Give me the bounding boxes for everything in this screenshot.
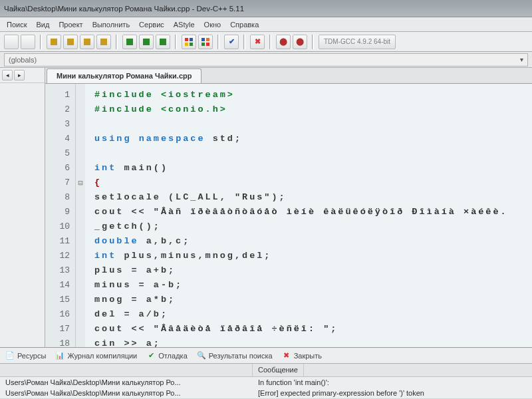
col-file: [0, 364, 253, 376]
message-row[interactable]: Users\Роман Чайка\Desktop\Мини калькулят…: [0, 388, 532, 398]
debug-icon[interactable]: [122, 35, 137, 49]
bug-icon[interactable]: ⬤: [276, 35, 291, 49]
window-title: Чайка\Desktop\Мини калькулятор Романа Ча…: [4, 5, 244, 13]
svg-rect-1: [190, 38, 193, 41]
log-icon: 📊: [55, 351, 65, 360]
main-area: ◂ ▸ Мини калькулятор Романа Чайки.cpp 12…: [0, 68, 532, 347]
menu-bar: Поиск Вид Проект Выполнить Сервис AStyle…: [0, 17, 532, 32]
toolbar-btn[interactable]: [4, 35, 19, 49]
toolbar-sep: [269, 35, 271, 49]
msg-text: [Error] expected primary-expression befo…: [253, 389, 430, 397]
svg-rect-5: [206, 38, 209, 41]
toolbar-sep: [175, 35, 177, 49]
msg-text: In function 'int main()':: [253, 378, 334, 386]
toolbar-sep: [217, 35, 219, 49]
search-icon: 🔍: [197, 351, 206, 360]
file-tabs: Мини калькулятор Романа Чайки.cpp: [45, 68, 532, 84]
menu-window[interactable]: Окно: [204, 21, 221, 29]
toolbar-btn[interactable]: [21, 35, 35, 49]
stop-icon[interactable]: [139, 35, 154, 49]
bottom-panel: 📄 Ресурсы 📊 Журнал компиляции ✔ Отладка …: [0, 347, 532, 398]
sidebar: ◂ ▸: [0, 68, 45, 347]
panel-tab-resources[interactable]: 📄 Ресурсы: [5, 351, 46, 360]
msg-file: Users\Роман Чайка\Desktop\Мини калькулят…: [0, 378, 253, 386]
svg-rect-6: [201, 43, 205, 46]
menu-astyle[interactable]: AStyle: [174, 21, 195, 29]
close-icon[interactable]: ✖: [250, 35, 265, 49]
col-message: Сообщение: [253, 364, 304, 376]
grid-icon[interactable]: [182, 35, 196, 49]
nav-prev-icon[interactable]: ◂: [2, 70, 13, 80]
menu-service[interactable]: Сервис: [139, 21, 164, 29]
grid2-icon[interactable]: [198, 35, 213, 49]
messages-header: Сообщение: [0, 364, 532, 377]
toolbar-sep: [40, 35, 42, 49]
svg-rect-7: [206, 43, 209, 46]
scope-combo[interactable]: (globals) ▾: [4, 53, 528, 66]
editor: Мини калькулятор Романа Чайки.cpp 123456…: [45, 68, 532, 347]
menu-run[interactable]: Выполнить: [92, 21, 130, 29]
toolbar: ✔ ✖ ⬤ ⬤ TDM-GCC 4.9.2 64-bit: [0, 32, 532, 52]
debug-tab-icon: ✔: [146, 351, 156, 360]
toolbar-sep: [116, 35, 118, 49]
menu-view[interactable]: Вид: [36, 21, 49, 29]
rebuild-icon[interactable]: [96, 35, 111, 49]
panel-tab-compile-log[interactable]: 📊 Журнал компиляции: [55, 351, 137, 360]
fold-column: ⊟: [76, 84, 85, 347]
chevron-down-icon: ▾: [520, 56, 523, 63]
menu-project[interactable]: Проект: [59, 21, 82, 29]
file-tab-active[interactable]: Мини калькулятор Романа Чайки.cpp: [47, 68, 201, 83]
compile-icon[interactable]: [47, 35, 61, 49]
code-area[interactable]: 123456789101112131415161718 ⊟ #include <…: [45, 84, 532, 347]
scope-label: (globals): [9, 56, 37, 64]
svg-rect-3: [190, 43, 193, 46]
msg-file: Users\Роман Чайка\Desktop\Мини калькулят…: [0, 389, 253, 397]
code-text[interactable]: #include <iostream> #include <conio.h> u…: [85, 84, 532, 347]
toolbar-sep: [243, 35, 245, 49]
panel-tab-close[interactable]: ✖ Закрыть: [282, 351, 322, 360]
panel-tab-search[interactable]: 🔍 Результаты поиска: [197, 351, 273, 360]
toolbar-sep: [312, 35, 314, 49]
panel-tab-debug[interactable]: ✔ Отладка: [146, 351, 187, 360]
nav-next-icon[interactable]: ▸: [14, 70, 25, 80]
run-icon[interactable]: [63, 35, 78, 49]
menu-help[interactable]: Справка: [230, 21, 259, 29]
message-row[interactable]: Users\Роман Чайка\Desktop\Мини калькулят…: [0, 377, 532, 388]
window-titlebar: Чайка\Desktop\Мини калькулятор Романа Ча…: [0, 0, 532, 17]
check-icon[interactable]: ✔: [224, 35, 239, 49]
compile-run-icon[interactable]: [80, 35, 94, 49]
close-tab-icon: ✖: [282, 351, 291, 360]
bug2-icon[interactable]: ⬤: [293, 35, 307, 49]
resources-icon: 📄: [5, 351, 15, 360]
svg-rect-2: [185, 43, 188, 46]
svg-rect-4: [201, 38, 205, 41]
line-gutter: 123456789101112131415161718: [45, 84, 76, 347]
messages-list: Users\Роман Чайка\Desktop\Мини калькулят…: [0, 377, 532, 398]
profile-icon[interactable]: [156, 35, 170, 49]
compiler-selector[interactable]: TDM-GCC 4.9.2 64-bit: [319, 35, 396, 49]
panel-tabs: 📄 Ресурсы 📊 Журнал компиляции ✔ Отладка …: [0, 348, 532, 364]
menu-search[interactable]: Поиск: [7, 21, 27, 29]
scope-row: (globals) ▾: [0, 52, 532, 68]
svg-rect-0: [185, 38, 188, 41]
